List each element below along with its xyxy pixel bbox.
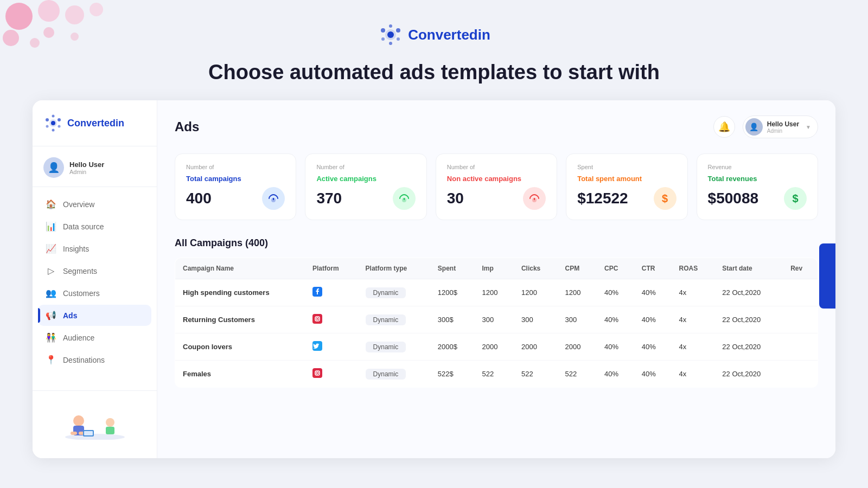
sidebar-user-avatar: 👤	[43, 157, 64, 178]
svg-rect-22	[84, 431, 93, 435]
stat-value-0: 400	[186, 190, 212, 207]
cell-imp: 1200	[474, 279, 513, 306]
table-header-row: Campaign Name Platform Platform type Spe…	[175, 258, 818, 279]
instagram-icon	[312, 371, 322, 380]
insights-icon: 📈	[46, 243, 56, 254]
user-menu-button[interactable]: 👤 Hello User Admin ▼	[743, 115, 818, 138]
cell-platform	[305, 279, 358, 306]
stat-bottom-2: 30	[447, 187, 546, 210]
svg-point-6	[389, 24, 392, 28]
sidebar-item-label: Audience	[63, 333, 94, 342]
stat-bottom-1: 370	[316, 187, 415, 210]
platform-type-badge: Dynamic	[366, 287, 406, 298]
cell-platform-type: Dynamic	[358, 306, 430, 333]
stat-label-main-3: Total spent amount	[577, 175, 676, 183]
stat-value-2: 30	[447, 190, 464, 207]
svg-point-5	[397, 37, 400, 41]
col-platform: Platform	[305, 258, 358, 279]
stat-label-sm-3: Spent	[577, 164, 676, 170]
sidebar-user-profile: 👤 Hello User Admin	[33, 152, 157, 187]
sidebar-user-name: Hello User	[69, 160, 104, 169]
col-cpc: CPC	[597, 258, 634, 279]
header-actions: 🔔 👤 Hello User Admin ▼	[713, 115, 818, 138]
cell-cpc: 40%	[597, 361, 634, 388]
header-user-role: Admin	[767, 128, 799, 134]
sidebar-item-segments[interactable]: ▷ Segments	[38, 260, 151, 281]
sidebar-item-label: Ads	[63, 311, 77, 320]
stat-icon-3: $	[654, 187, 676, 210]
sidebar-item-label: Customers	[63, 289, 100, 298]
cell-platform	[305, 361, 358, 388]
cell-rev	[783, 333, 818, 361]
sidebar-item-insights[interactable]: 📈 Insights	[38, 238, 151, 259]
col-rev: Rev	[783, 258, 818, 279]
sidebar-item-customers[interactable]: 👥 Customers	[38, 282, 151, 304]
svg-point-15	[52, 129, 55, 132]
col-spent: Spent	[430, 258, 475, 279]
table-row: Females Dynamic 522$ 522 522 522 40% 40%…	[175, 361, 818, 388]
svg-point-4	[381, 37, 385, 41]
sidebar-item-label: Overview	[63, 200, 94, 209]
stat-card-active: Number of Active campaigns 370	[305, 153, 426, 220]
svg-point-3	[396, 28, 400, 33]
col-roas: ROAS	[672, 258, 715, 279]
sidebar-item-ads[interactable]: 📢 Ads	[38, 305, 151, 326]
cell-imp: 2000	[474, 333, 513, 361]
col-campaign-name: Campaign Name	[175, 258, 305, 279]
stat-bottom-4: $50088 $	[708, 187, 807, 210]
chevron-down-icon: ▼	[806, 124, 811, 130]
stat-icon-0	[262, 187, 285, 210]
cell-platform	[305, 333, 358, 361]
cell-ctr: 40%	[634, 361, 672, 388]
table-body: High spending customers Dynamic 1200$ 12…	[175, 279, 818, 388]
cell-cpc: 40%	[597, 333, 634, 361]
content-header: Ads 🔔 👤 Hello User Admin ▼	[175, 115, 818, 138]
cell-cpm: 2000	[558, 333, 597, 361]
col-ctr: CTR	[634, 258, 672, 279]
table-row: Coupon lovers Dynamic 2000$ 2000 2000 20…	[175, 333, 818, 361]
col-startdate: Start date	[714, 258, 783, 279]
svg-point-17	[73, 415, 84, 426]
cell-cpc: 40%	[597, 279, 634, 306]
svg-point-13	[58, 125, 61, 128]
svg-rect-19	[71, 432, 77, 435]
logo-text-top: Convertedin	[408, 27, 490, 43]
stat-label-main-0: Total campaigns	[186, 175, 285, 183]
sidebar-item-destinations[interactable]: 📍 Destinations	[38, 349, 151, 370]
sidebar-nav: 🏠 Overview 📊 Data source 📈 Insights ▷ Se…	[33, 194, 157, 390]
cell-cpm: 300	[558, 306, 597, 333]
cell-spent: 1200$	[430, 279, 475, 306]
stat-label-main-4: Total revenues	[708, 175, 807, 183]
svg-point-37	[319, 371, 320, 372]
page-header: Convertedin Choose automated ads templat…	[0, 0, 868, 95]
cell-roas: 4x	[672, 333, 715, 361]
cell-clicks: 2000	[514, 333, 558, 361]
sidebar-item-label: Insights	[63, 245, 89, 253]
cell-roas: 4x	[672, 279, 715, 306]
col-imp: Imp	[474, 258, 513, 279]
cell-ctr: 40%	[634, 306, 672, 333]
sidebar-item-datasource[interactable]: 📊 Data source	[38, 216, 151, 237]
sidebar-logo-icon	[43, 113, 63, 133]
cell-name: High spending customers	[175, 279, 305, 306]
datasource-icon: 📊	[46, 221, 56, 232]
main-content: Ads 🔔 👤 Hello User Admin ▼ Number	[157, 100, 835, 458]
svg-point-7	[389, 42, 392, 45]
notification-button[interactable]: 🔔	[713, 116, 735, 138]
campaigns-section: All Campaigns (400) Campaign Name Platfo…	[175, 237, 818, 388]
sidebar-item-audience[interactable]: 👫 Audience	[38, 327, 151, 348]
cell-clicks: 522	[514, 361, 558, 388]
col-cpm: CPM	[558, 258, 597, 279]
cell-platform	[305, 306, 358, 333]
home-icon: 🏠	[46, 199, 56, 209]
cell-platform-type: Dynamic	[358, 361, 430, 388]
stat-label-main-2: Non active campaigns	[447, 175, 546, 183]
bell-icon: 🔔	[718, 121, 730, 133]
svg-point-10	[46, 118, 49, 121]
cell-rev	[783, 361, 818, 388]
sidebar-item-overview[interactable]: 🏠 Overview	[38, 194, 151, 215]
header-user-avatar: 👤	[745, 118, 763, 136]
platform-type-badge: Dynamic	[366, 342, 406, 352]
table-row: Returning Customers Dynamic 300$ 300 300…	[175, 306, 818, 333]
cell-platform-type: Dynamic	[358, 279, 430, 306]
